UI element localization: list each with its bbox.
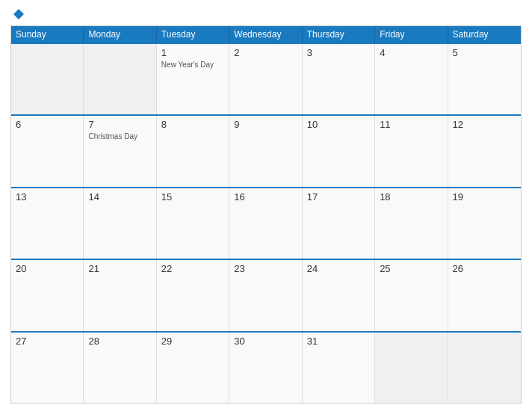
day-number: 20: [16, 263, 78, 274]
weekday-header-sunday: Sunday: [11, 26, 84, 43]
page: SundayMondayTuesdayWednesdayThursdayFrid…: [0, 0, 532, 411]
day-number: 2: [234, 47, 297, 58]
cal-cell: 13: [11, 188, 84, 259]
cal-cell: [11, 44, 84, 114]
day-number: 25: [380, 263, 442, 274]
week-row-1: 1New Year's Day2345: [11, 43, 521, 114]
svg-marker-0: [13, 9, 24, 19]
day-number: 23: [234, 263, 297, 274]
day-number: 28: [88, 336, 151, 347]
cal-cell: 24: [303, 260, 375, 330]
cal-cell: 9: [229, 116, 302, 186]
logo: [10, 7, 25, 21]
cal-cell: 4: [375, 44, 448, 114]
cal-cell: 28: [84, 333, 156, 403]
day-number: 29: [161, 336, 224, 347]
day-number: 21: [88, 263, 151, 274]
cal-cell: 22: [157, 260, 229, 330]
cal-cell: 11: [375, 116, 448, 186]
day-number: 26: [453, 263, 516, 274]
cal-cell: 3: [303, 44, 375, 114]
week-row-2: 67Christmas Day89101112: [11, 114, 521, 186]
day-number: 7: [88, 119, 151, 130]
day-number: 24: [307, 263, 370, 274]
cal-cell: 12: [448, 116, 521, 186]
weekday-header-friday: Friday: [375, 26, 448, 43]
cal-cell: 6: [11, 116, 84, 186]
weekday-header-wednesday: Wednesday: [229, 26, 302, 43]
cal-cell: 17: [303, 188, 375, 259]
cal-cell: 8: [157, 116, 229, 186]
weekday-header-row: SundayMondayTuesdayWednesdayThursdayFrid…: [11, 26, 521, 43]
cal-cell: 20: [11, 260, 84, 330]
weekday-header-monday: Monday: [84, 26, 156, 43]
day-number: 12: [453, 119, 516, 130]
cal-cell: [84, 44, 156, 114]
day-number: 11: [380, 119, 442, 130]
day-number: 10: [307, 119, 370, 130]
day-number: 6: [16, 119, 78, 130]
week-row-4: 20212223242526: [11, 259, 521, 330]
cal-cell: 7Christmas Day: [84, 116, 156, 186]
holiday-label: Christmas Day: [88, 132, 151, 141]
holiday-label: New Year's Day: [161, 60, 224, 69]
cal-cell: 1New Year's Day: [157, 44, 229, 114]
day-number: 30: [234, 336, 297, 347]
day-number: 5: [453, 47, 516, 58]
cal-cell: 30: [229, 333, 302, 403]
weekday-header-saturday: Saturday: [448, 26, 521, 43]
cal-cell: [375, 333, 448, 403]
cal-cell: 16: [229, 188, 302, 259]
cal-cell: 21: [84, 260, 156, 330]
week-row-5: 2728293031: [11, 331, 521, 403]
cal-cell: 2: [229, 44, 302, 114]
cal-cell: 31: [303, 333, 375, 403]
day-number: 22: [161, 263, 224, 274]
cal-cell: 5: [448, 44, 521, 114]
day-number: 9: [234, 119, 297, 130]
logo-icon: [12, 7, 25, 21]
day-number: 3: [307, 47, 370, 58]
week-row-3: 13141516171819: [11, 187, 521, 259]
cal-cell: 29: [157, 333, 229, 403]
cal-cell: 26: [448, 260, 521, 330]
day-number: 15: [161, 191, 224, 203]
weekday-header-thursday: Thursday: [303, 26, 375, 43]
cal-cell: 25: [375, 260, 448, 330]
calendar: SundayMondayTuesdayWednesdayThursdayFrid…: [10, 25, 522, 404]
cal-cell: 10: [303, 116, 375, 186]
day-number: 27: [16, 336, 78, 347]
day-number: 1: [161, 47, 224, 58]
day-number: 8: [161, 119, 224, 130]
cal-cell: 18: [375, 188, 448, 259]
cal-cell: 27: [11, 333, 84, 403]
cal-cell: [448, 333, 521, 403]
cal-cell: 23: [229, 260, 302, 330]
calendar-body: 1New Year's Day234567Christmas Day891011…: [11, 43, 521, 403]
day-number: 19: [453, 191, 516, 203]
day-number: 31: [307, 336, 370, 347]
cal-cell: 19: [448, 188, 521, 259]
header: [10, 7, 522, 21]
day-number: 18: [380, 191, 442, 203]
day-number: 17: [307, 191, 370, 203]
day-number: 13: [16, 191, 78, 203]
day-number: 14: [88, 191, 151, 203]
day-number: 16: [234, 191, 297, 203]
weekday-header-tuesday: Tuesday: [157, 26, 229, 43]
cal-cell: 14: [84, 188, 156, 259]
cal-cell: 15: [157, 188, 229, 259]
day-number: 4: [380, 47, 442, 58]
